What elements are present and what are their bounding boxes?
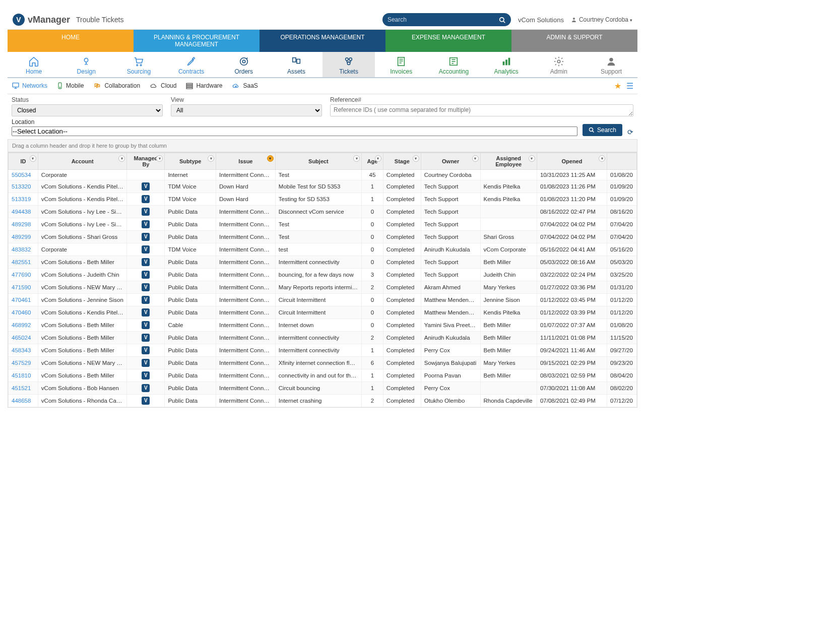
col-header-subtype[interactable]: Subtype▾ (165, 153, 216, 169)
nav-operations[interactable]: OPERATIONS MANAGEMENT (260, 30, 385, 52)
favorite-icon[interactable]: ★ (614, 81, 621, 91)
cell-subject: Internet down (275, 319, 361, 331)
cell-age: 1 (362, 193, 383, 205)
filter-icon[interactable]: ▾ (472, 155, 479, 162)
ticket-id-link[interactable]: 513320 (9, 180, 38, 193)
ticket-id-link[interactable]: 470461 (9, 293, 38, 306)
cell-age: 1 (362, 382, 383, 394)
iconnav-sourcing[interactable]: Sourcing (112, 52, 165, 77)
col-header-closed[interactable] (607, 153, 637, 169)
col-header-account[interactable]: Account▾ (38, 153, 127, 169)
ticket-id-link[interactable]: 465024 (9, 331, 38, 344)
cattab-cloud[interactable]: Cloud (149, 82, 176, 90)
svg-rect-23 (186, 84, 192, 85)
vcom-badge-icon: V (142, 397, 150, 405)
nav-planning[interactable]: PLANNING & PROCUREMENT MANAGEMENT (134, 30, 260, 52)
user-menu[interactable]: Courtney Cordoba (571, 16, 632, 23)
menu-icon[interactable]: ☰ (626, 81, 633, 91)
filter-icon[interactable]: ▾ (118, 155, 125, 162)
filter-icon[interactable]: ▾ (267, 155, 274, 162)
nav-expense[interactable]: EXPENSE MANAGEMENT (385, 30, 511, 52)
ticket-id-link[interactable]: 451521 (9, 382, 38, 394)
location-input[interactable] (12, 127, 577, 136)
search-icon[interactable] (499, 16, 506, 24)
iconnav-contracts[interactable]: Contracts (165, 52, 218, 77)
iconnav-home[interactable]: Home (8, 52, 60, 77)
refresh-icon[interactable]: ⟳ (627, 128, 633, 136)
cell-owner: Matthew Mendenhall (421, 293, 480, 306)
cell-issue: Intermittent Connec... (216, 243, 276, 256)
iconnav-orders[interactable]: Orders (218, 52, 270, 77)
filter-icon[interactable]: ▾ (353, 155, 360, 162)
cell-subtype: Public Data (165, 382, 216, 394)
global-search[interactable] (382, 13, 511, 26)
ticket-id-link[interactable]: 550534 (9, 169, 38, 180)
cell-account: vCom Solutions - Rhonda Capd... (38, 394, 127, 407)
col-header-id[interactable]: ID▾ (9, 153, 38, 169)
ticket-id-link[interactable]: 483832 (9, 243, 38, 256)
ticket-id-link[interactable]: 489298 (9, 218, 38, 230)
iconnav-tickets[interactable]: Tickets (322, 52, 375, 77)
col-header-stage[interactable]: Stage▾ (383, 153, 421, 169)
iconnav-accounting[interactable]: Accounting (427, 52, 480, 77)
cell-employee: Beth Miller (480, 319, 537, 331)
table-row: 470461vCom Solutions - Jennine SisonVPub… (9, 293, 637, 306)
cattab-networks[interactable]: Networks (12, 82, 47, 90)
col-header-age[interactable]: Age▾ (362, 153, 383, 169)
ticket-id-link[interactable]: 457529 (9, 356, 38, 369)
svg-point-22 (59, 87, 60, 88)
iconnav-admin[interactable]: Admin (533, 52, 585, 77)
cell-stage: Completed (383, 293, 421, 306)
cell-stage: Completed (383, 394, 421, 407)
ticket-id-link[interactable]: 451810 (9, 369, 38, 382)
ticket-id-link[interactable]: 494438 (9, 205, 38, 218)
ticket-id-link[interactable]: 471590 (9, 281, 38, 293)
view-select[interactable]: All (171, 104, 322, 116)
filter-icon[interactable]: ▾ (529, 155, 535, 162)
cattab-collaboration[interactable]: Collaboration (93, 82, 140, 90)
filter-icon[interactable]: ▾ (30, 155, 36, 162)
ticket-id-link[interactable]: 489299 (9, 230, 38, 243)
filter-icon[interactable]: ▾ (599, 155, 605, 162)
global-search-input[interactable] (387, 16, 499, 23)
iconnav-analytics[interactable]: Analytics (480, 52, 533, 77)
col-header-managed-by[interactable]: Managed By▾ (127, 153, 165, 169)
ticket-id-link[interactable]: 482551 (9, 256, 38, 268)
cell-stage: Completed (383, 218, 421, 230)
support-icon (606, 55, 617, 67)
svg-point-11 (349, 57, 352, 60)
ticket-id-link[interactable]: 477690 (9, 268, 38, 281)
cell-subtype: TDM Voice (165, 193, 216, 205)
ticket-id-link[interactable]: 513319 (9, 193, 38, 205)
iconnav-support[interactable]: Support (585, 52, 637, 77)
search-button[interactable]: Search (583, 124, 622, 136)
nav-home[interactable]: HOME (8, 30, 134, 52)
iconnav-design[interactable]: Design (60, 52, 112, 77)
filter-icon[interactable]: ▾ (156, 155, 163, 162)
iconnav-invoices[interactable]: Invoices (375, 52, 427, 77)
table-row: 550534CorporateInternetIntermittent Conn… (9, 169, 637, 180)
filter-icon[interactable]: ▾ (413, 155, 419, 162)
ticket-id-link[interactable]: 448658 (9, 394, 38, 407)
table-row: 451521vCom Solutions - Bob HansenVPublic… (9, 382, 637, 394)
group-area[interactable]: Drag a column header and drop it here to… (8, 139, 637, 152)
col-header-assigned-employee[interactable]: Assigned Employee▾ (480, 153, 537, 169)
col-header-opened[interactable]: Opened▾ (537, 153, 607, 169)
filter-icon[interactable]: ▾ (208, 155, 214, 162)
nav-admin[interactable]: ADMIN & SUPPORT (511, 30, 637, 52)
col-header-owner[interactable]: Owner▾ (421, 153, 480, 169)
status-select[interactable]: Closed (12, 104, 163, 116)
cell-employee: Judeith Chin (480, 268, 537, 281)
col-header-issue[interactable]: Issue▾ (216, 153, 276, 169)
ticket-id-link[interactable]: 470460 (9, 306, 38, 319)
filter-icon[interactable]: ▾ (375, 155, 381, 162)
cattab-mobile[interactable]: Mobile (56, 82, 84, 90)
iconnav-assets[interactable]: Assets (270, 52, 322, 77)
cell-subtype: TDM Voice (165, 243, 216, 256)
ticket-id-link[interactable]: 458343 (9, 344, 38, 356)
col-header-subject[interactable]: Subject▾ (275, 153, 361, 169)
reference-input[interactable] (330, 104, 633, 116)
cattab-saas[interactable]: SaaS (231, 82, 257, 90)
cattab-hardware[interactable]: Hardware (185, 82, 222, 90)
ticket-id-link[interactable]: 468992 (9, 319, 38, 331)
